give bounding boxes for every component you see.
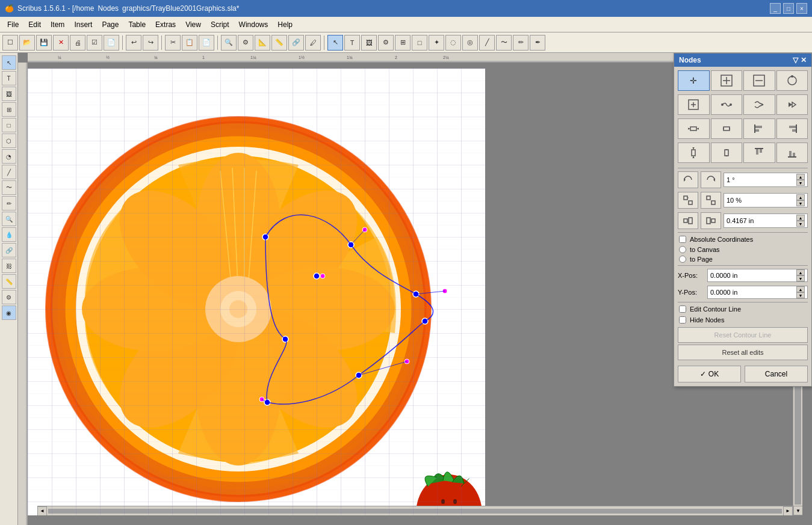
menu-page[interactable]: Page: [97, 19, 123, 31]
scroll-right-button[interactable]: ►: [783, 506, 793, 516]
lt-shape[interactable]: □: [2, 118, 16, 132]
menu-view[interactable]: View: [181, 19, 206, 31]
close-button[interactable]: ×: [796, 3, 807, 14]
rotation-input[interactable]: 1 ° ▲ ▼: [724, 173, 808, 187]
minimize-button[interactable]: _: [770, 3, 781, 14]
lt-line[interactable]: ╱: [2, 165, 16, 179]
scale-inches-down[interactable]: ▼: [796, 221, 805, 227]
hide-nodes-label[interactable]: Hide Nodes: [690, 316, 724, 324]
nodes-expand-icon[interactable]: ▽: [793, 56, 798, 64]
tb-render[interactable]: ⚙: [378, 35, 394, 51]
tb-paste[interactable]: 📄: [199, 35, 214, 51]
tb-polygon[interactable]: ✦: [429, 35, 444, 51]
menu-edit[interactable]: Edit: [23, 19, 46, 31]
lt-pencil[interactable]: ✏: [2, 196, 16, 210]
x-pos-up[interactable]: ▲: [796, 269, 805, 275]
tb-select[interactable]: ↖: [327, 35, 343, 51]
menu-table[interactable]: Table: [123, 19, 150, 31]
tb-table-tool[interactable]: ⊞: [395, 35, 411, 51]
menu-windows[interactable]: Windows: [234, 19, 273, 31]
rotate-ccw-button[interactable]: [678, 171, 698, 188]
align-bottom-button[interactable]: [776, 143, 808, 163]
scale-up-percent-button[interactable]: [678, 192, 698, 209]
x-pos-down[interactable]: ▼: [796, 275, 805, 281]
menu-help[interactable]: Help: [273, 19, 297, 31]
menu-script[interactable]: Script: [206, 19, 234, 31]
tb-freehand[interactable]: ✏: [513, 35, 528, 51]
tb-pdf[interactable]: 📄: [104, 35, 119, 51]
tb-copy[interactable]: 📋: [182, 35, 197, 51]
lt-arc[interactable]: ◔: [2, 149, 16, 164]
maximize-button[interactable]: □: [783, 3, 794, 14]
menu-item[interactable]: Item: [46, 19, 69, 31]
y-pos-down[interactable]: ▼: [796, 292, 805, 298]
tb-preflight[interactable]: ☑: [87, 35, 102, 51]
tb-bezier[interactable]: 〜: [496, 35, 512, 51]
align-left-button[interactable]: [743, 118, 775, 139]
tb-zoom-fit[interactable]: 🔍: [221, 35, 237, 51]
lt-eyedrop[interactable]: 💧: [2, 227, 16, 242]
to-page-radio[interactable]: [679, 256, 686, 263]
edit-contour-label[interactable]: Edit Contour Line: [690, 305, 741, 313]
scale-down-percent-button[interactable]: [701, 192, 721, 209]
lt-image[interactable]: 🖼: [2, 87, 16, 101]
tb-guide[interactable]: 📏: [271, 35, 287, 51]
stretch-horizontal-button[interactable]: [678, 118, 710, 139]
tb-undo[interactable]: ↩: [126, 35, 141, 51]
abs-coords-checkbox[interactable]: [679, 236, 686, 243]
to-canvas-radio[interactable]: [679, 246, 686, 253]
lt-copy-props[interactable]: ⚙: [2, 290, 16, 304]
scale-percent-input[interactable]: 10 % ▲ ▼: [724, 193, 808, 207]
tb-open[interactable]: 📂: [19, 35, 35, 51]
y-pos-up[interactable]: ▲: [796, 286, 805, 292]
add-node-button[interactable]: [711, 70, 743, 91]
hide-nodes-checkbox[interactable]: [679, 316, 686, 324]
tb-settings[interactable]: ⚙: [238, 35, 253, 51]
tb-save[interactable]: 💾: [36, 35, 52, 51]
tb-snap[interactable]: 📐: [255, 35, 270, 51]
scale-percent-up[interactable]: ▲: [796, 194, 805, 200]
x-pos-spinner[interactable]: ▲ ▼: [796, 269, 805, 281]
scale-inches-up[interactable]: ▲: [796, 215, 805, 221]
x-pos-input[interactable]: 0.0000 in ▲ ▼: [707, 269, 808, 282]
canvas-area[interactable]: ¼ ½ ¾ 1 1¼ 1½ 1¾ 2 2¼: [18, 53, 812, 525]
tb-close[interactable]: ✕: [53, 35, 69, 51]
lt-link[interactable]: 🔗: [2, 243, 16, 257]
abs-coords-label[interactable]: Absolute Coordinates: [690, 236, 753, 243]
tb-calligraphic[interactable]: ✒: [530, 35, 545, 51]
scale-up-inches-button[interactable]: [678, 212, 698, 229]
break-path-button[interactable]: [711, 94, 743, 115]
scale-inches-input[interactable]: 0.4167 in ▲ ▼: [724, 213, 808, 228]
lt-unlink[interactable]: ⛓: [2, 259, 16, 273]
y-pos-spinner[interactable]: ▲ ▼: [796, 286, 805, 298]
reset-contour-button[interactable]: Reset Contour Line: [678, 327, 808, 343]
menu-insert[interactable]: Insert: [69, 19, 97, 31]
align-top-button[interactable]: [743, 143, 775, 163]
reset-all-button[interactable]: Reset all edits: [678, 345, 808, 360]
scale-percent-spinner[interactable]: ▲ ▼: [796, 194, 805, 206]
nodes-close-icon[interactable]: ✕: [801, 56, 807, 64]
lt-table[interactable]: ⊞: [2, 102, 16, 117]
move-nodes-button[interactable]: ✛: [678, 70, 710, 91]
ok-button[interactable]: ✓ OK: [678, 366, 741, 382]
tb-text[interactable]: T: [344, 35, 360, 51]
tb-image[interactable]: 🖼: [361, 35, 377, 51]
menu-extras[interactable]: Extras: [150, 19, 181, 31]
to-canvas-label[interactable]: to Canvas: [690, 246, 720, 253]
nodes-panel-title[interactable]: Nodes ▽ ✕: [674, 54, 811, 67]
join-path-button[interactable]: [743, 94, 775, 115]
rotation-spinner[interactable]: ▲ ▼: [796, 174, 805, 186]
tb-shape[interactable]: □: [412, 35, 427, 51]
shrink-vertical-button[interactable]: [711, 143, 743, 163]
scale-down-inches-button[interactable]: [701, 212, 721, 229]
rotation-up-button[interactable]: ▲: [796, 174, 805, 180]
lt-bezier[interactable]: 〜: [2, 180, 16, 195]
tb-redo[interactable]: ↪: [143, 35, 158, 51]
rotation-down-button[interactable]: ▼: [796, 180, 805, 186]
stretch-vertical-button[interactable]: [678, 143, 710, 163]
scale-inches-spinner[interactable]: ▲ ▼: [796, 215, 805, 227]
to-page-label[interactable]: to Page: [690, 256, 713, 263]
tb-line[interactable]: ╱: [479, 35, 495, 51]
lt-select[interactable]: ↖: [2, 55, 16, 70]
move-subpath-button[interactable]: [678, 94, 710, 115]
